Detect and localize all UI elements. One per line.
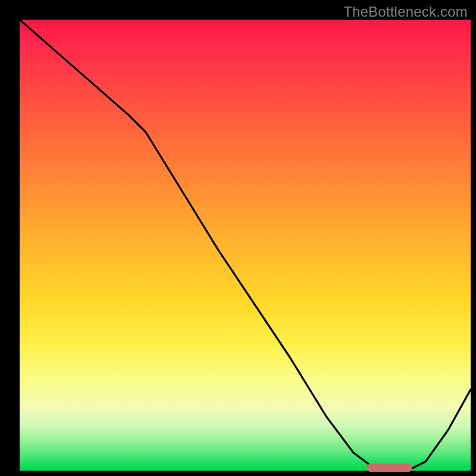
- optimal-marker: [367, 464, 412, 472]
- plot-area: [20, 20, 471, 471]
- chart-container: TheBottleneck.com: [0, 0, 476, 476]
- chart-svg: [20, 20, 471, 471]
- watermark-text: TheBottleneck.com: [343, 4, 468, 20]
- bottleneck-curve-path: [20, 20, 471, 471]
